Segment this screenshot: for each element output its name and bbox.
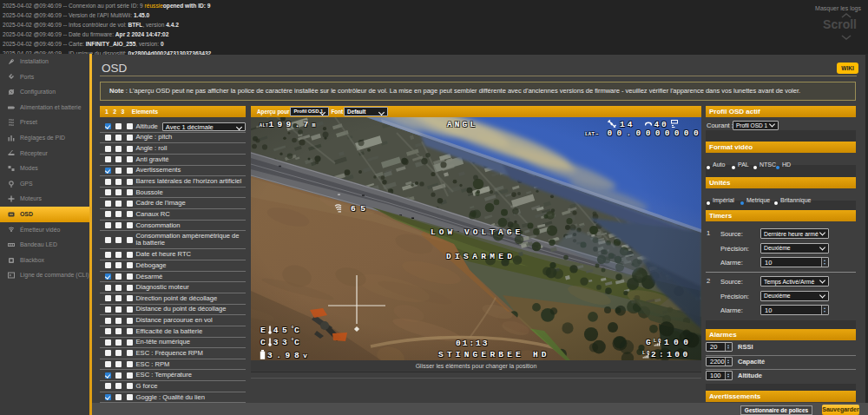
svg-text:LQ: LQ bbox=[654, 339, 661, 344]
svg-text:LQ: LQ bbox=[642, 351, 650, 356]
